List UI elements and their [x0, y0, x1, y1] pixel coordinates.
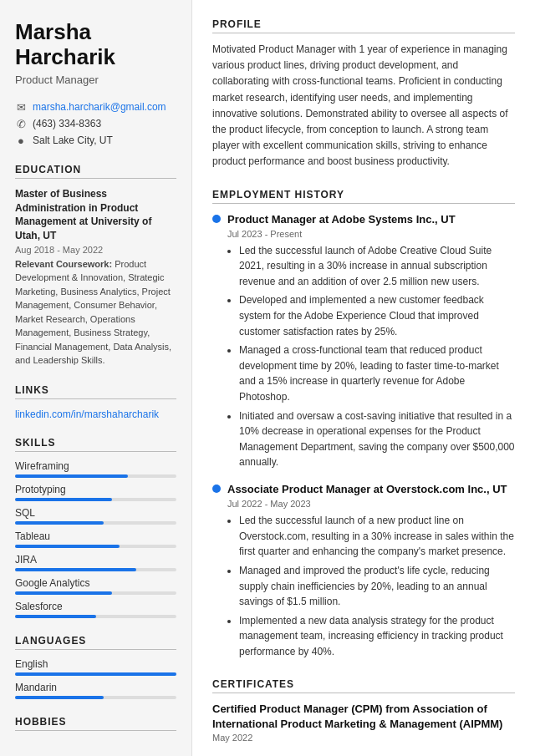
cert-name: Certified Scrum Product Owner (CSPO) fro…: [212, 753, 515, 756]
profile-section-title: PROFILE: [212, 18, 515, 33]
contact-block: ✉ marsha.harcharik@gmail.com ✆ (463) 334…: [15, 101, 176, 147]
education-section-title: EDUCATION: [15, 164, 176, 179]
sidebar-name: Marsha Harcharik: [15, 20, 176, 70]
sidebar-title: Product Manager: [15, 74, 176, 86]
bullet-item: Led the successful launch of Adobe Creat…: [239, 243, 515, 290]
skills-section-title: SKILLS: [15, 437, 176, 452]
cert-name: Certified Product Manager (CPM) from Ass…: [212, 702, 515, 732]
skill-item: Google Analytics: [15, 577, 176, 595]
linkedin-link[interactable]: linkedin.com/in/marshaharcharik: [15, 408, 159, 420]
job-title: Product Manager at Adobe Systems Inc., U…: [227, 212, 456, 227]
job-bullets: Led the successful launch of a new produ…: [227, 513, 515, 659]
language-item: Mandarin: [15, 682, 176, 699]
skill-bar-bg: [15, 568, 176, 571]
skill-bar-fill: [15, 591, 112, 595]
location-icon: ●: [15, 134, 27, 147]
job-title: Associate Product Manager at Overstock.c…: [227, 482, 507, 497]
skill-label: SQL: [15, 507, 176, 519]
cert-block: Certified Scrum Product Owner (CSPO) fro…: [212, 753, 515, 756]
language-label: English: [15, 658, 176, 670]
skill-bar-bg: [15, 615, 176, 618]
language-label: Mandarin: [15, 682, 176, 693]
profile-text: Motivated Product Manager with 1 year of…: [212, 42, 515, 170]
languages-section-title: LANGUAGES: [15, 635, 176, 650]
resume-container: Marsha Harcharik Product Manager ✉ marsh…: [0, 0, 535, 756]
main-content: PROFILE Motivated Product Manager with 1…: [192, 0, 535, 756]
job-block: Product Manager at Adobe Systems Inc., U…: [212, 212, 515, 471]
skill-label: Wireframing: [15, 460, 176, 472]
job-block: Associate Product Manager at Overstock.c…: [212, 482, 515, 660]
languages-list: English Mandarin: [15, 658, 176, 699]
edu-degree: Master of Business Administration in Pro…: [15, 187, 176, 243]
jobs-list: Product Manager at Adobe Systems Inc., U…: [212, 212, 515, 660]
language-item: English: [15, 658, 176, 676]
phone-icon: ✆: [15, 118, 27, 130]
job-dot: [212, 215, 221, 223]
certs-list: Certified Product Manager (CPM) from Ass…: [212, 702, 515, 756]
skill-bar-fill: [15, 521, 104, 525]
skill-item: Prototyping: [15, 484, 176, 501]
job-date: Jul 2023 - Present: [227, 229, 515, 239]
bullet-item: Initiated and oversaw a cost-saving init…: [239, 408, 515, 470]
language-bar-fill: [15, 672, 176, 676]
skill-bar-fill: [15, 615, 96, 618]
job-title-row: Associate Product Manager at Overstock.c…: [212, 482, 515, 497]
skill-bar-fill: [15, 498, 112, 501]
skill-bar-bg: [15, 545, 176, 548]
certificates-section-title: CERTIFICATES: [212, 678, 515, 693]
bullet-item: Led the successful launch of a new produ…: [239, 513, 515, 560]
skill-item: JIRA: [15, 554, 176, 571]
skill-item: Wireframing: [15, 460, 176, 478]
linkedin-link-item: linkedin.com/in/marshaharcharik: [15, 408, 176, 420]
language-bar-fill: [15, 696, 104, 699]
bullet-item: Managed and improved the product's life …: [239, 563, 515, 610]
skill-label: Salesforce: [15, 601, 176, 612]
job-bullets: Led the successful launch of Adobe Creat…: [227, 243, 515, 470]
skill-bar-fill: [15, 545, 120, 548]
skill-bar-bg: [15, 498, 176, 501]
skill-bar-bg: [15, 591, 176, 595]
bullet-item: Implemented a new data analysis strategy…: [239, 613, 515, 660]
bullet-item: Developed and implemented a new customer…: [239, 292, 515, 339]
language-bar-bg: [15, 672, 176, 676]
job-title-row: Product Manager at Adobe Systems Inc., U…: [212, 212, 515, 227]
skill-item: Tableau: [15, 530, 176, 548]
cert-block: Certified Product Manager (CPM) from Ass…: [212, 702, 515, 743]
bullet-item: Managed a cross-functional team that red…: [239, 342, 515, 404]
skill-label: Google Analytics: [15, 577, 176, 589]
employment-section-title: EMPLOYMENT HISTORY: [212, 189, 515, 204]
hobbies-section-title: HOBBIES: [15, 716, 176, 731]
skill-label: Tableau: [15, 530, 176, 542]
cert-date: May 2022: [212, 733, 515, 743]
contact-email: ✉ marsha.harcharik@gmail.com: [15, 101, 176, 114]
skill-bar-bg: [15, 521, 176, 525]
contact-location: ● Salt Lake City, UT: [15, 134, 176, 147]
skill-item: SQL: [15, 507, 176, 525]
edu-coursework: Relevant Coursework: Product Development…: [15, 257, 176, 368]
skill-label: JIRA: [15, 554, 176, 566]
sidebar: Marsha Harcharik Product Manager ✉ marsh…: [0, 0, 192, 756]
links-section-title: LINKS: [15, 384, 176, 399]
skill-bar-fill: [15, 474, 128, 478]
skills-list: Wireframing Prototyping SQL Tableau JIRA…: [15, 460, 176, 618]
skill-bar-fill: [15, 568, 136, 571]
skill-label: Prototyping: [15, 484, 176, 495]
email-icon: ✉: [15, 101, 27, 114]
email-link[interactable]: marsha.harcharik@gmail.com: [33, 101, 166, 113]
job-date: Jul 2022 - May 2023: [227, 499, 515, 509]
skill-bar-bg: [15, 474, 176, 478]
job-dot: [212, 485, 221, 493]
contact-phone: ✆ (463) 334-8363: [15, 118, 176, 130]
edu-date: Aug 2018 - May 2022: [15, 245, 176, 255]
language-bar-bg: [15, 696, 176, 699]
skill-item: Salesforce: [15, 601, 176, 618]
